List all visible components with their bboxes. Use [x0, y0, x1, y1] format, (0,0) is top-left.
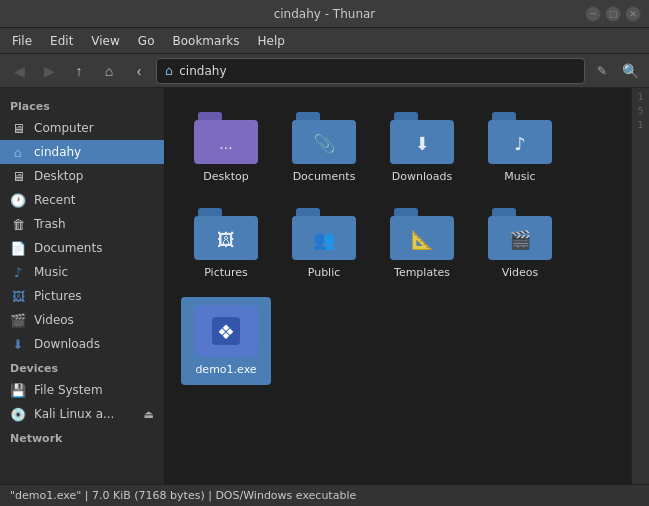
- right-edge-panel: 1 5 1: [631, 88, 649, 484]
- sidebar-item-recent[interactable]: 🕐 Recent: [0, 188, 164, 212]
- sidebar-item-downloads[interactable]: ⬇ Downloads: [0, 332, 164, 356]
- right-edge-number3: 1: [638, 120, 644, 130]
- file-item-desktop[interactable]: ··· Desktop: [181, 104, 271, 192]
- pictures-label: Pictures: [204, 266, 248, 280]
- downloads-emblem: ⬇: [414, 133, 429, 154]
- sidebar-label-cindahy: cindahy: [34, 145, 81, 159]
- forward-button[interactable]: ▶: [36, 58, 62, 84]
- devices-section-label: Devices: [0, 356, 164, 378]
- menu-file[interactable]: File: [4, 32, 40, 50]
- documents-label: Documents: [293, 170, 356, 184]
- pictures-folder-icon: 🖼: [194, 208, 258, 260]
- toolbar: ◀ ▶ ↑ ⌂ ‹ ⌂ cindahy ✎ 🔍: [0, 54, 649, 88]
- recent-icon: 🕐: [10, 192, 26, 208]
- sidebar-item-trash[interactable]: 🗑 Trash: [0, 212, 164, 236]
- desktop-icon: 🖥: [10, 168, 26, 184]
- statusbar: "demo1.exe" | 7.0 KiB (7168 bytes) | DOS…: [0, 484, 649, 506]
- sidebar-label-trash: Trash: [34, 217, 66, 231]
- main-layout: Places 🖥 Computer ⌂ cindahy 🖥 Desktop 🕐 …: [0, 88, 649, 484]
- downloads-icon: ⬇: [10, 336, 26, 352]
- window-title: cindahy - Thunar: [274, 7, 376, 21]
- music-folder-icon: ♪: [488, 112, 552, 164]
- pictures-icon: 🖼: [10, 288, 26, 304]
- sidebar-item-videos[interactable]: 🎬 Videos: [0, 308, 164, 332]
- sidebar-item-desktop[interactable]: 🖥 Desktop: [0, 164, 164, 188]
- file-item-downloads[interactable]: ⬇ Downloads: [377, 104, 467, 192]
- file-item-public[interactable]: 👥 Public: [279, 200, 369, 288]
- menu-view[interactable]: View: [83, 32, 127, 50]
- sidebar-label-music: Music: [34, 265, 68, 279]
- file-item-templates[interactable]: 📐 Templates: [377, 200, 467, 288]
- location-bar: ⌂ cindahy: [156, 58, 585, 84]
- up-button[interactable]: ↑: [66, 58, 92, 84]
- search-button[interactable]: 🔍: [617, 58, 643, 84]
- sidebar-label-recent: Recent: [34, 193, 75, 207]
- computer-icon: 🖥: [10, 120, 26, 136]
- menu-bookmarks[interactable]: Bookmarks: [164, 32, 247, 50]
- home-folder-icon: ⌂: [10, 144, 26, 160]
- sidebar-label-filesystem: File System: [34, 383, 103, 397]
- sidebar-item-cindahy[interactable]: ⌂ cindahy: [0, 140, 164, 164]
- music-label: Music: [504, 170, 535, 184]
- videos-label: Videos: [502, 266, 539, 280]
- network-section-label: Network: [0, 426, 164, 448]
- status-text: "demo1.exe" | 7.0 KiB (7168 bytes) | DOS…: [10, 489, 356, 502]
- documents-folder-icon: 📎: [292, 112, 356, 164]
- documents-emblem: 📎: [313, 133, 335, 154]
- videos-icon: 🎬: [10, 312, 26, 328]
- file-item-documents[interactable]: 📎 Documents: [279, 104, 369, 192]
- window-controls: ─ □ ✕: [585, 6, 641, 22]
- videos-emblem: 🎬: [509, 229, 531, 250]
- sidebar-item-computer[interactable]: 🖥 Computer: [0, 116, 164, 140]
- location-home-icon: ⌂: [165, 63, 173, 78]
- location-text: cindahy: [179, 64, 226, 78]
- places-section-label: Places: [0, 94, 164, 116]
- left-arrow-button[interactable]: ‹: [126, 58, 152, 84]
- sidebar-label-computer: Computer: [34, 121, 94, 135]
- documents-icon: 📄: [10, 240, 26, 256]
- right-edge-number: 1: [638, 92, 644, 102]
- sidebar-item-pictures[interactable]: 🖼 Pictures: [0, 284, 164, 308]
- templates-folder-icon: 📐: [390, 208, 454, 260]
- back-button[interactable]: ◀: [6, 58, 32, 84]
- sidebar-item-music[interactable]: ♪ Music: [0, 260, 164, 284]
- sidebar-label-downloads: Downloads: [34, 337, 100, 351]
- templates-emblem: 📐: [411, 229, 433, 250]
- file-item-demo1exe[interactable]: ❖ demo1.exe: [181, 297, 271, 385]
- file-item-pictures[interactable]: 🖼 Pictures: [181, 200, 271, 288]
- sidebar-label-kali: Kali Linux a...: [34, 407, 114, 421]
- sidebar-item-filesystem[interactable]: 💾 File System: [0, 378, 164, 402]
- svg-text:❖: ❖: [217, 320, 235, 344]
- menu-help[interactable]: Help: [250, 32, 293, 50]
- kali-icon: 💿: [10, 406, 26, 422]
- pictures-emblem: 🖼: [217, 229, 235, 250]
- minimize-button[interactable]: ─: [585, 6, 601, 22]
- menu-edit[interactable]: Edit: [42, 32, 81, 50]
- public-emblem: 👥: [313, 229, 335, 250]
- music-emblem: ♪: [514, 133, 526, 154]
- templates-label: Templates: [394, 266, 450, 280]
- sidebar: Places 🖥 Computer ⌂ cindahy 🖥 Desktop 🕐 …: [0, 88, 165, 484]
- menu-go[interactable]: Go: [130, 32, 163, 50]
- sidebar-label-videos: Videos: [34, 313, 74, 327]
- home-button[interactable]: ⌂: [96, 58, 122, 84]
- filesystem-icon: 💾: [10, 382, 26, 398]
- maximize-button[interactable]: □: [605, 6, 621, 22]
- sidebar-label-documents: Documents: [34, 241, 102, 255]
- file-item-videos[interactable]: 🎬 Videos: [475, 200, 565, 288]
- location-edit-button[interactable]: ✎: [591, 60, 613, 82]
- downloads-folder-icon: ⬇: [390, 112, 454, 164]
- sidebar-item-documents[interactable]: 📄 Documents: [0, 236, 164, 260]
- right-edge-number2: 5: [638, 106, 644, 116]
- desktop-emblem: ···: [219, 140, 232, 156]
- videos-folder-icon: 🎬: [488, 208, 552, 260]
- sidebar-label-desktop: Desktop: [34, 169, 84, 183]
- close-button[interactable]: ✕: [625, 6, 641, 22]
- sidebar-item-kali[interactable]: 💿 Kali Linux a... ⏏: [0, 402, 164, 426]
- file-area: ··· Desktop 📎 Documents ⬇ Downloads: [165, 88, 631, 484]
- demo1exe-label: demo1.exe: [195, 363, 256, 377]
- eject-icon[interactable]: ⏏: [144, 408, 154, 421]
- file-item-music[interactable]: ♪ Music: [475, 104, 565, 192]
- public-label: Public: [308, 266, 341, 280]
- downloads-label: Downloads: [392, 170, 452, 184]
